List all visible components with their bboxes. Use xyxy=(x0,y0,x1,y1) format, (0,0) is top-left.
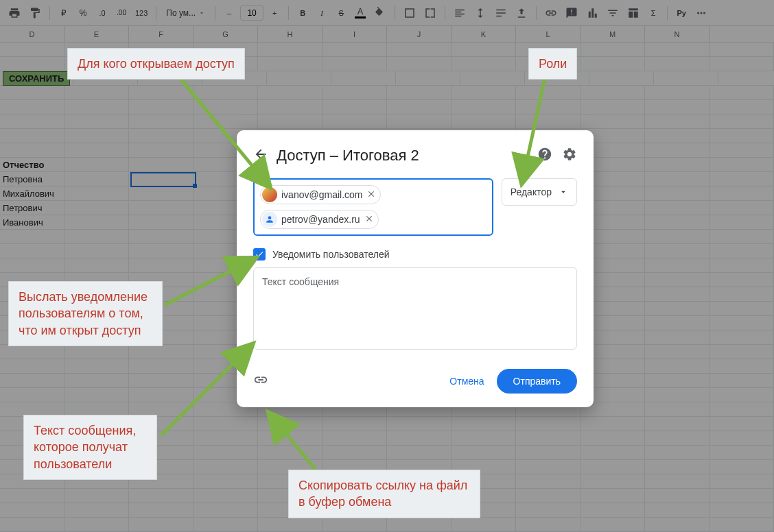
arrow xyxy=(172,69,281,199)
user-chip[interactable]: petrov@yandex.ru xyxy=(260,210,379,229)
arrow xyxy=(511,72,552,192)
cancel-button[interactable]: Отмена xyxy=(437,370,496,392)
chip-remove-icon[interactable] xyxy=(366,189,376,201)
chip-email: ivanov@gmail.com xyxy=(281,189,362,200)
chip-remove-icon[interactable] xyxy=(364,214,374,226)
arrow xyxy=(257,404,326,473)
chip-email: petrov@yandex.ru xyxy=(281,214,360,225)
chevron-down-icon xyxy=(559,187,568,197)
annotation: Текст сообщения, которое получат пользов… xyxy=(23,415,157,480)
gear-icon[interactable] xyxy=(562,147,577,165)
svg-line-5 xyxy=(165,257,257,305)
svg-line-6 xyxy=(161,343,254,435)
annotation: Скопировать ссылку на файл в буфер обмен… xyxy=(288,470,480,518)
svg-line-3 xyxy=(175,72,271,189)
notify-label: Уведомить пользователей xyxy=(272,249,390,260)
avatar xyxy=(262,212,277,227)
annotation: Для кого открываем доступ xyxy=(67,48,245,80)
arrow xyxy=(158,336,261,439)
annotation: Выслать уведомление пользователям о том,… xyxy=(8,281,163,346)
annotation: Роли xyxy=(528,48,577,80)
svg-line-7 xyxy=(268,411,316,470)
svg-line-4 xyxy=(521,75,546,185)
people-input[interactable]: ivanov@gmail.com petrov@yandex.ru xyxy=(253,178,493,236)
dialog-title: Доступ – Итоговая 2 xyxy=(277,147,529,165)
send-button[interactable]: Отправить xyxy=(497,369,577,394)
arrow xyxy=(161,247,264,309)
message-textarea[interactable]: Текст сообщения xyxy=(253,267,577,350)
